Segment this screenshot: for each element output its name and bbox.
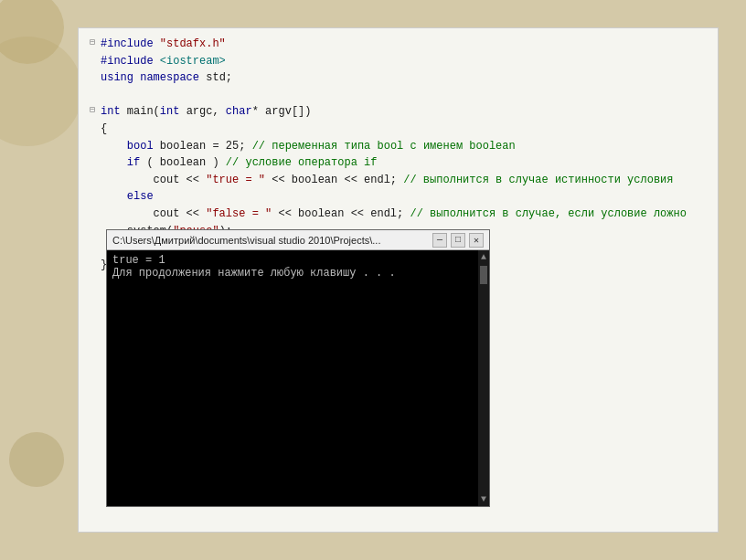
- code-text-2: #include <iostream>: [101, 53, 226, 70]
- code-text-7: bool boolean = 25; // переменная типа bo…: [101, 138, 516, 155]
- code-line-7: bool boolean = 25; // переменная типа bo…: [90, 138, 707, 155]
- code-line-9: cout << "true = " << boolean << endl; //…: [90, 172, 707, 189]
- code-text-8: if ( boolean ) // условие оператора if: [101, 154, 377, 172]
- terminal-output-line-1: true = 1: [112, 254, 484, 267]
- terminal-scroll-up-arrow[interactable]: ▲: [479, 250, 488, 264]
- code-text-5: int main(int argc, char* argv[]): [101, 103, 311, 121]
- code-line-blank: [90, 87, 707, 104]
- terminal-title: C:\Users\Дмитрий\documents\visual studio…: [112, 235, 432, 246]
- code-line-8: if ( boolean ) // условие оператора if: [90, 154, 707, 172]
- terminal-close-button[interactable]: ✕: [469, 233, 484, 248]
- code-text-9: cout << "true = " << boolean << endl; //…: [101, 172, 674, 189]
- terminal-window: C:\Users\Дмитрий\documents\visual studio…: [106, 229, 490, 507]
- code-text-1: #include "stdafx.h": [101, 36, 226, 53]
- terminal-maximize-button[interactable]: □: [451, 233, 465, 248]
- terminal-body: true = 1 Для продолжения нажмите любую к…: [107, 250, 489, 506]
- code-line-6: {: [90, 121, 707, 138]
- terminal-scroll-down-arrow[interactable]: ▼: [481, 494, 486, 504]
- code-line-1: ⊟ #include "stdafx.h": [90, 36, 707, 53]
- code-text-3: using namespace std;: [101, 69, 232, 87]
- terminal-scrollbar[interactable]: ▲ ▼: [478, 250, 489, 506]
- terminal-scroll-thumb[interactable]: [480, 266, 487, 284]
- code-line-3: using namespace std;: [90, 69, 707, 87]
- bg-decoration-2: [0, 37, 82, 146]
- collapse-icon-5[interactable]: ⊟: [90, 103, 99, 118]
- terminal-output-line-2: Для продолжения нажмите любую клавишу . …: [112, 267, 484, 280]
- code-editor-area: ⊟ #include "stdafx.h" #include <iostream…: [78, 27, 719, 533]
- terminal-titlebar: C:\Users\Дмитрий\documents\visual studio…: [107, 230, 489, 250]
- code-text-blank: [101, 87, 107, 104]
- terminal-window-controls: — □ ✕: [432, 233, 484, 248]
- code-line-11: cout << "false = " << boolean << endl; /…: [90, 206, 707, 223]
- code-text-10: else: [101, 188, 154, 206]
- code-line-5: ⊟ int main(int argc, char* argv[]): [90, 103, 707, 121]
- code-line-10: else: [90, 188, 707, 206]
- collapse-icon-1[interactable]: ⊟: [90, 36, 99, 50]
- code-text-11: cout << "false = " << boolean << endl; /…: [101, 206, 687, 223]
- bg-decoration-3: [9, 432, 64, 487]
- terminal-minimize-button[interactable]: —: [432, 233, 447, 248]
- code-line-2: #include <iostream>: [90, 53, 707, 70]
- code-text-6: {: [101, 121, 107, 138]
